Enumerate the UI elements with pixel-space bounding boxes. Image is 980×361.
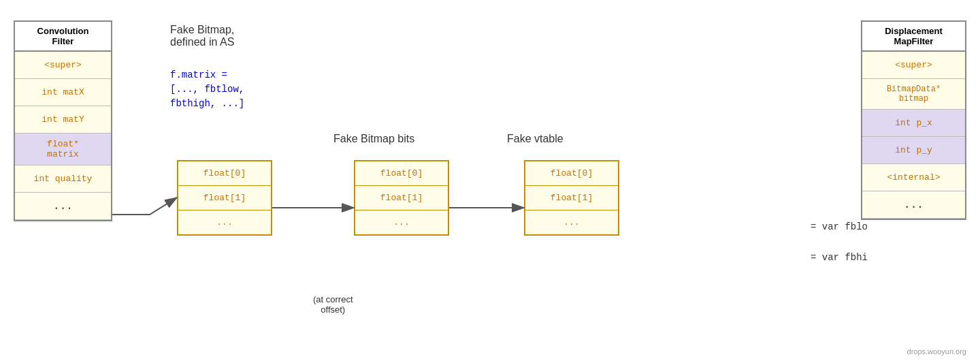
code-block: f.matrix = [..., fbtlow, fbthigh, ...] — [170, 68, 244, 111]
at-offset-label: (at correctoffset) — [313, 294, 353, 315]
vt-cell-1: float[1] — [525, 186, 618, 210]
disp-dots-cell: ... — [862, 191, 965, 219]
arrows-overlay — [0, 0, 980, 361]
var-fblo-label: = var fblo — [811, 221, 868, 232]
fake-vtable-label: Fake vtable — [507, 133, 564, 145]
fake-bitmap-box: float[0] float[1] ... — [177, 160, 272, 236]
disp-bitmap-cell: BitmapData*bitmap — [862, 79, 965, 110]
fb-dots: ... — [178, 210, 271, 234]
disp-super-cell: <super> — [862, 52, 965, 79]
code-line3: fbthigh, ...] — [170, 97, 244, 111]
disp-py-cell: int p_y — [862, 137, 965, 164]
conv-super-cell: <super> — [15, 52, 111, 79]
var-fbhi-label: = var fbhi — [811, 252, 868, 263]
bits-cell-1: float[1] — [355, 186, 448, 210]
fake-bitmap-label: Fake Bitmap, defined in AS — [170, 24, 234, 48]
fake-vtable-box: float[0] float[1] ... — [524, 160, 619, 236]
code-line1: f.matrix = — [170, 68, 244, 82]
conv-matx-cell: int matX — [15, 79, 111, 106]
fb-cell-0: float[0] — [178, 161, 271, 186]
disp-px-cell: int p_x — [862, 110, 965, 137]
displacement-filter-header: DisplacementMapFilter — [862, 22, 965, 52]
disp-internal-cell: <internal> — [862, 164, 965, 191]
conv-quality-cell: int quality — [15, 166, 111, 193]
conv-maty-cell: int matY — [15, 106, 111, 134]
conv-matrix-cell: float*matrix — [15, 134, 111, 166]
conv-dots-cell: ... — [15, 193, 111, 220]
code-line2: [..., fbtlow, — [170, 82, 244, 97]
vt-dots: ... — [525, 210, 618, 234]
watermark: drops.wooyun.org — [907, 347, 966, 356]
bits-cell-0: float[0] — [355, 161, 448, 186]
diagram-container: ConvolutionFilter <super> int matX int m… — [0, 0, 980, 361]
conv-filter-header: ConvolutionFilter — [15, 22, 111, 52]
fake-bits-label: Fake Bitmap bits — [333, 133, 414, 145]
conv-filter-table: ConvolutionFilter <super> int matX int m… — [14, 20, 112, 221]
fake-bits-box: float[0] float[1] ... — [354, 160, 449, 236]
bits-dots: ... — [355, 210, 448, 234]
displacement-filter-table: DisplacementMapFilter <super> BitmapData… — [861, 20, 966, 220]
fb-cell-1: float[1] — [178, 186, 271, 210]
vt-cell-0: float[0] — [525, 161, 618, 186]
